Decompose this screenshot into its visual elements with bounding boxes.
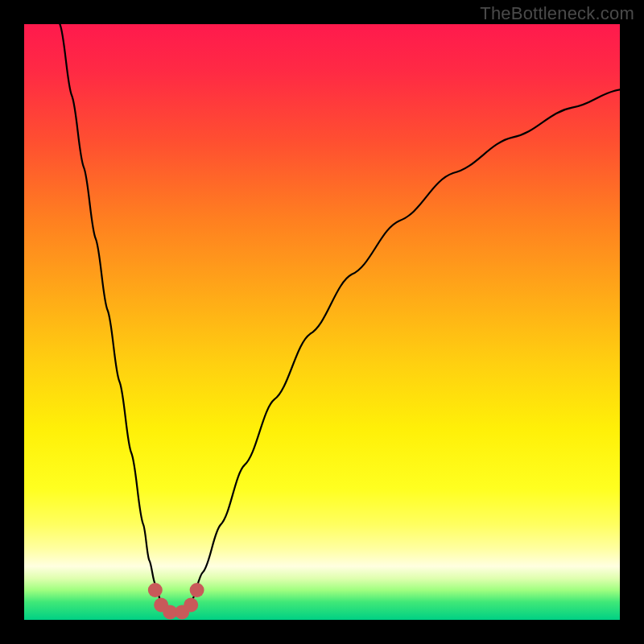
curve-marker: [184, 598, 198, 613]
bottleneck-curve: [24, 24, 620, 620]
curve-left-branch: [60, 24, 167, 611]
watermark-text: TheBottleneck.com: [480, 3, 634, 24]
curve-marker: [190, 583, 204, 597]
chart-plot-area: [24, 24, 620, 620]
curve-bottom-markers: [148, 583, 204, 619]
curve-marker: [148, 583, 163, 597]
curve-right-branch: [185, 89, 620, 611]
